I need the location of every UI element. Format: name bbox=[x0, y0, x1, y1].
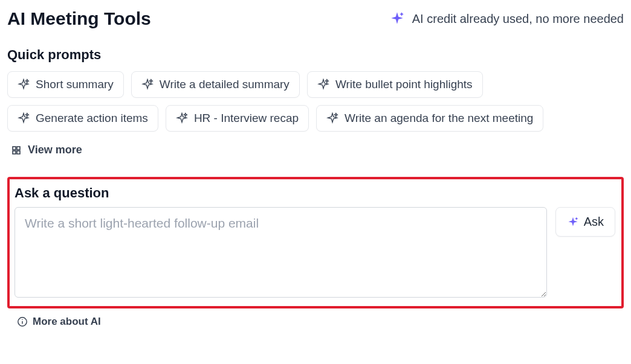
prompt-hr-interview-recap[interactable]: HR - Interview recap bbox=[166, 105, 309, 132]
prompt-label: Generate action items bbox=[36, 112, 148, 125]
view-more-button[interactable]: View more bbox=[7, 139, 86, 161]
sparkle-icon bbox=[567, 216, 579, 228]
sparkle-icon bbox=[18, 78, 30, 91]
more-about-ai-label: More about AI bbox=[33, 316, 101, 328]
prompt-bullet-highlights[interactable]: Write bullet point highlights bbox=[307, 71, 483, 98]
sparkle-icon bbox=[176, 112, 188, 124]
ask-heading: Ask a question bbox=[15, 185, 615, 201]
prompt-detailed-summary[interactable]: Write a detailed summary bbox=[131, 71, 300, 98]
prompt-label: HR - Interview recap bbox=[194, 112, 299, 125]
sparkle-icon bbox=[141, 78, 154, 91]
sparkle-icon bbox=[326, 112, 338, 124]
credit-status: AI credit already used, no more needed bbox=[389, 11, 624, 27]
ask-button[interactable]: Ask bbox=[555, 207, 615, 237]
grid-icon bbox=[11, 145, 22, 156]
prompt-label: Write bullet point highlights bbox=[335, 78, 473, 91]
ask-input[interactable] bbox=[15, 207, 547, 298]
page-title: AI Meeting Tools bbox=[7, 8, 151, 29]
sparkle-icon bbox=[389, 11, 405, 27]
more-about-ai-link[interactable]: More about AI bbox=[17, 316, 101, 328]
prompt-label: Write a detailed summary bbox=[160, 78, 290, 91]
info-icon bbox=[17, 316, 28, 327]
ask-question-section: Ask a question Ask bbox=[7, 177, 624, 308]
sparkle-icon bbox=[317, 78, 329, 91]
prompt-agenda-next-meeting[interactable]: Write an agenda for the next meeting bbox=[316, 105, 543, 132]
quick-prompts-heading: Quick prompts bbox=[7, 47, 624, 63]
prompt-label: Write an agenda for the next meeting bbox=[345, 112, 533, 125]
quick-prompts-list: Short summary Write a detailed summary W… bbox=[7, 71, 575, 161]
prompt-short-summary[interactable]: Short summary bbox=[7, 71, 124, 98]
ask-button-label: Ask bbox=[584, 215, 604, 229]
prompt-label: Short summary bbox=[36, 78, 114, 91]
prompt-action-items[interactable]: Generate action items bbox=[7, 105, 158, 132]
view-more-label: View more bbox=[28, 144, 82, 156]
credit-status-text: AI credit already used, no more needed bbox=[412, 12, 624, 26]
sparkle-icon bbox=[18, 112, 30, 124]
